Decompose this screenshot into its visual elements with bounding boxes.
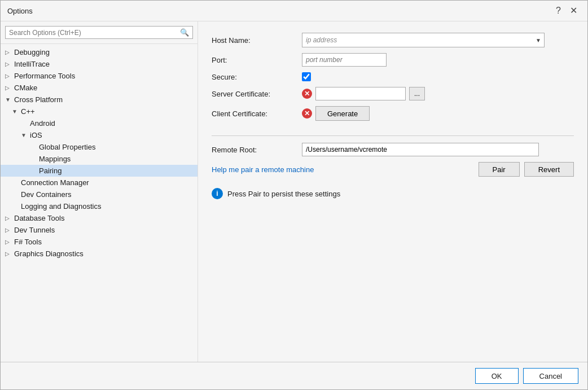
title-bar: Options ? ✕ — [1, 1, 587, 21]
sidebar-item-label: Dev Containers — [21, 190, 72, 199]
host-name-control: ip address ▼ — [302, 33, 545, 47]
close-button[interactable]: ✕ — [567, 5, 581, 16]
expand-icon: ▷ — [5, 61, 12, 67]
client-cert-row: Client Certificate: ✕ Generate — [212, 106, 574, 121]
sidebar-item-label: Graphics Diagnostics — [14, 249, 84, 258]
sidebar-item-global-properties[interactable]: Global Properties — [1, 141, 198, 153]
sidebar-item-ios[interactable]: ▼iOS — [1, 129, 198, 141]
expand-icon: ▼ — [5, 97, 12, 103]
expand-icon: ▷ — [5, 85, 12, 91]
sidebar-item-cpp[interactable]: ▼C++ — [1, 106, 198, 117]
sidebar-item-debugging[interactable]: ▷Debugging — [1, 46, 198, 58]
expand-icon: ▷ — [5, 227, 12, 233]
sidebar-item-label: Mappings — [39, 155, 71, 163]
sidebar-item-label: Android — [30, 119, 55, 128]
secure-row: Secure: — [212, 72, 574, 81]
sidebar-item-logging-and-diagnostics[interactable]: Logging and Diagnostics — [1, 200, 198, 212]
search-input[interactable] — [9, 29, 180, 37]
server-cert-label: Server Certificate: — [212, 90, 302, 98]
expand-icon: ▷ — [5, 215, 12, 221]
sidebar-item-label: IntelliTrace — [14, 60, 50, 68]
sidebar-item-performance-tools[interactable]: ▷Performance Tools — [1, 70, 198, 82]
sidebar-item-label: iOS — [30, 131, 42, 139]
sidebar-item-label: Performance Tools — [14, 72, 75, 80]
sidebar-item-label: Pairing — [39, 166, 62, 175]
secure-checkbox[interactable] — [302, 72, 311, 81]
port-label: Port: — [212, 56, 302, 64]
expand-icon: ▼ — [12, 108, 19, 115]
server-cert-error-icon: ✕ — [302, 89, 312, 99]
secure-checkbox-wrap — [302, 72, 311, 81]
sidebar-item-cmake[interactable]: ▷CMake — [1, 82, 198, 94]
remote-root-input[interactable] — [302, 143, 539, 156]
main-content: 🔍 ▷Debugging▷IntelliTrace▷Performance To… — [1, 21, 587, 362]
sidebar-item-dev-containers[interactable]: Dev Containers — [1, 189, 198, 200]
help-pair-link[interactable]: Help me pair a remote machine — [212, 165, 314, 174]
sidebar-item-label: CMake — [14, 84, 37, 92]
client-cert-control: ✕ Generate — [302, 106, 370, 121]
host-name-dropdown-wrap: ip address ▼ — [302, 33, 545, 47]
remote-root-label: Remote Root: — [212, 146, 302, 154]
sidebar-item-label: Logging and Diagnostics — [21, 202, 101, 211]
title-bar-right: ? ✕ — [552, 5, 581, 16]
form-section: Host Name: ip address ▼ Port: — [212, 33, 574, 136]
sidebar-item-fsharp-tools[interactable]: ▷F# Tools — [1, 236, 198, 248]
title-bar-left: Options — [7, 7, 33, 15]
server-cert-control: ✕ ... — [302, 87, 425, 100]
sidebar-item-dev-tunnels[interactable]: ▷Dev Tunnels — [1, 224, 198, 236]
options-dialog: Options ? ✕ 🔍 ▷Debugging▷IntelliTrace▷Pe… — [0, 0, 588, 390]
tree: ▷Debugging▷IntelliTrace▷Performance Tool… — [1, 44, 198, 362]
server-cert-input[interactable] — [315, 87, 406, 100]
host-name-row: Host Name: ip address ▼ — [212, 33, 574, 47]
sidebar-item-connection-manager[interactable]: Connection Manager — [1, 177, 198, 189]
sidebar-item-label: Debugging — [14, 48, 50, 56]
port-row: Port: — [212, 53, 574, 67]
secure-label: Secure: — [212, 73, 302, 81]
help-button[interactable]: ? — [552, 5, 564, 16]
remote-root-row: Remote Root: — [212, 143, 574, 156]
sidebar-item-label: F# Tools — [14, 238, 42, 246]
expand-icon: ▷ — [5, 49, 12, 55]
sidebar-item-pairing[interactable]: Pairing — [1, 165, 198, 177]
sidebar-item-label: Cross Platform — [14, 95, 63, 104]
port-control — [302, 53, 387, 67]
help-row: Help me pair a remote machine Pair Rever… — [212, 162, 574, 177]
sidebar-item-android[interactable]: Android — [1, 117, 198, 129]
pair-button[interactable]: Pair — [479, 162, 520, 177]
remote-section: Remote Root: Help me pair a remote machi… — [212, 143, 574, 177]
expand-icon: ▷ — [5, 73, 12, 79]
info-icon: i — [212, 188, 223, 199]
sidebar-item-label: Database Tools — [14, 214, 64, 222]
host-name-label: Host Name: — [212, 36, 302, 45]
pair-revert-buttons: Pair Revert — [479, 162, 574, 177]
search-input-wrap: 🔍 — [5, 26, 193, 39]
sidebar-item-label: Global Properties — [39, 143, 95, 151]
expand-icon: ▷ — [5, 251, 12, 257]
server-cert-row: Server Certificate: ✕ ... — [212, 87, 574, 100]
client-cert-error-icon: ✕ — [302, 108, 312, 119]
sidebar-item-label: C++ — [21, 107, 35, 116]
search-icon: 🔍 — [180, 28, 189, 37]
sidebar-item-graphics-diagnostics[interactable]: ▷Graphics Diagnostics — [1, 248, 198, 260]
sidebar-item-cross-platform[interactable]: ▼Cross Platform — [1, 94, 198, 106]
host-name-dropdown[interactable]: ip address — [302, 33, 545, 47]
dialog-title: Options — [7, 7, 33, 15]
revert-button[interactable]: Revert — [524, 162, 574, 177]
sidebar-item-label: Dev Tunnels — [14, 226, 55, 234]
info-row: i Press Pair to persist these settings — [212, 188, 574, 199]
generate-button[interactable]: Generate — [315, 106, 370, 121]
ok-button[interactable]: OK — [475, 368, 519, 384]
cancel-button[interactable]: Cancel — [523, 368, 578, 384]
search-box: 🔍 — [1, 21, 198, 44]
sidebar-item-label: Connection Manager — [21, 178, 89, 187]
port-input[interactable] — [302, 53, 387, 67]
server-cert-browse-button[interactable]: ... — [409, 87, 425, 100]
sidebar-item-database-tools[interactable]: ▷Database Tools — [1, 212, 198, 224]
sidebar-item-intellitrace[interactable]: ▷IntelliTrace — [1, 58, 198, 70]
info-text: Press Pair to persist these settings — [227, 190, 340, 198]
client-cert-label: Client Certificate: — [212, 109, 302, 118]
dialog-footer: OK Cancel — [1, 362, 587, 389]
sidebar-item-mappings[interactable]: Mappings — [1, 153, 198, 165]
sidebar: 🔍 ▷Debugging▷IntelliTrace▷Performance To… — [1, 21, 198, 362]
expand-icon: ▷ — [5, 239, 12, 245]
